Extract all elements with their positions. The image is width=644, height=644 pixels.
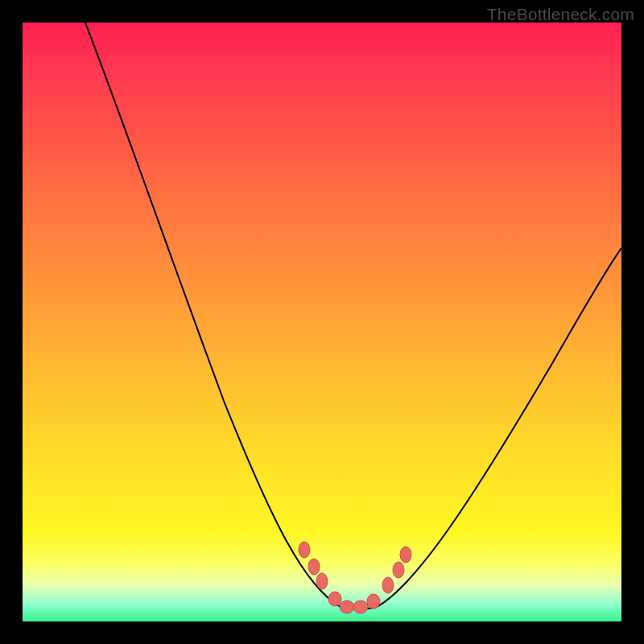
watermark-text: TheBottleneck.com — [487, 5, 634, 24]
marker-dot — [393, 562, 404, 578]
marker-dot — [299, 542, 310, 558]
bottleneck-curve — [23, 23, 621, 621]
marker-dot — [367, 594, 380, 609]
marker-dot — [340, 601, 354, 613]
marker-dot — [316, 573, 328, 589]
marker-dot — [382, 577, 394, 593]
curve-path — [23, 23, 621, 609]
marker-dot — [400, 547, 411, 563]
chart-plot-area — [23, 23, 621, 621]
marker-dot — [328, 592, 341, 606]
marker-dot — [308, 559, 320, 575]
marker-dot — [353, 601, 368, 613]
chart-frame: TheBottleneck.com — [0, 0, 644, 644]
